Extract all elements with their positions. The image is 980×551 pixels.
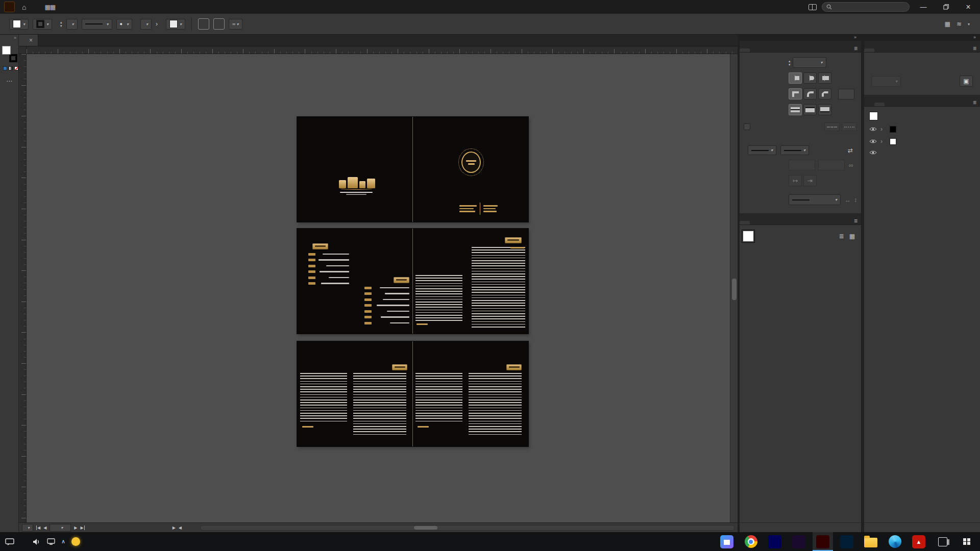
next-artboard-icon[interactable]: ▶	[74, 525, 77, 530]
isolate-select[interactable]: ▫▫▾	[229, 19, 242, 30]
align-stroke-outside-button[interactable]	[818, 104, 831, 115]
profile-select[interactable]: ▾	[789, 194, 841, 205]
expand-row-icon[interactable]: ›	[880, 126, 883, 133]
flip-across-icon[interactable]: ↕	[854, 196, 857, 204]
dashed-line-checkbox[interactable]	[744, 123, 750, 130]
cap-round-button[interactable]	[803, 72, 817, 84]
document-setup-button[interactable]	[198, 18, 209, 30]
tab-transparency[interactable]	[750, 48, 760, 52]
stroke-well[interactable]	[9, 54, 17, 62]
vertical-scroll-thumb[interactable]	[732, 279, 737, 300]
taskbar-app-chrome[interactable]	[741, 532, 761, 551]
canvas[interactable]	[27, 54, 730, 522]
tab-symbols[interactable]	[760, 221, 770, 224]
task-view-button[interactable]	[933, 532, 953, 551]
arrow-align-tip-button[interactable]: ↦	[789, 175, 802, 186]
appearance-fill-swatch[interactable]	[890, 138, 896, 145]
tab-stroke[interactable]	[740, 48, 750, 52]
tab-brushes[interactable]	[750, 221, 760, 224]
panel-menu-icon[interactable]: ≡	[969, 99, 980, 106]
taskbar-app-illustrator[interactable]	[813, 532, 833, 551]
corner-round-button[interactable]	[803, 88, 817, 99]
start-button[interactable]	[957, 532, 977, 551]
weather-sun-icon[interactable]	[71, 537, 80, 546]
gradient-mode-icon[interactable]	[9, 66, 13, 70]
horizontal-ruler[interactable]	[27, 46, 738, 54]
taskbar-app-after-effects[interactable]	[765, 532, 785, 551]
weight-select[interactable]: ▾	[793, 57, 826, 68]
arrowhead-end-select[interactable]: ▾	[780, 145, 809, 155]
expand-row-icon[interactable]: ›	[880, 138, 883, 145]
opacity-select[interactable]: ▾	[140, 19, 152, 30]
arrange-icon[interactable]: ▦	[945, 20, 950, 28]
style-select[interactable]: ▾	[166, 19, 185, 30]
visibility-eye-icon[interactable]	[869, 150, 877, 155]
corner-bevel-button[interactable]	[818, 88, 831, 99]
illustrator-app-icon[interactable]	[4, 2, 15, 12]
stroke-weight-select[interactable]: ▾	[66, 19, 78, 30]
width-profile-select[interactable]: ▾	[82, 19, 112, 30]
flip-along-icon[interactable]: ↔	[845, 196, 851, 204]
arrowhead-start-select[interactable]: ▾	[748, 145, 776, 155]
edit-toolbar-icon[interactable]: ⋯	[0, 78, 18, 85]
home-icon[interactable]: ⌂	[22, 3, 26, 11]
color-mode-icon[interactable]	[3, 66, 7, 70]
arrange-documents-icon[interactable]	[808, 4, 817, 10]
taskbar-app-acrobat[interactable]: ▲	[909, 532, 929, 551]
fill-well[interactable]	[2, 46, 11, 55]
align-stroke-center-button[interactable]	[789, 104, 802, 115]
zoom-select[interactable]: ▾	[22, 524, 33, 532]
artboard-spread-3[interactable]	[297, 341, 528, 446]
tab-pathfinder[interactable]	[864, 103, 874, 106]
cap-butt-button[interactable]	[789, 72, 802, 84]
tab-appearance[interactable]	[874, 103, 885, 106]
tab-align[interactable]	[864, 48, 874, 52]
corner-miter-button[interactable]	[789, 88, 802, 99]
align-to-button[interactable]: ▣	[960, 76, 973, 87]
taskbar-app-photoshop[interactable]	[837, 532, 857, 551]
collapse-panels-icon-2[interactable]: »	[973, 35, 976, 40]
list-view-icon[interactable]: ≣	[839, 233, 844, 240]
taskbar-app-premiere[interactable]	[789, 532, 809, 551]
last-artboard-icon[interactable]: ▶	[80, 525, 84, 530]
status-prev-icon[interactable]: ◀	[179, 525, 182, 530]
setup-grid-icon[interactable]: ≋	[957, 20, 962, 28]
tab-close-icon[interactable]: ×	[29, 37, 33, 44]
arrow-align-end-button[interactable]: ⇥	[803, 175, 817, 186]
grid-view-icon[interactable]: ▦	[849, 233, 855, 240]
help-search[interactable]	[822, 2, 910, 12]
vertical-scrollbar[interactable]	[730, 54, 738, 522]
stroke-color-picker[interactable]: ▾	[33, 19, 52, 30]
collapse-panels-icon[interactable]: »	[854, 35, 856, 40]
restore-button[interactable]	[937, 0, 954, 14]
dash-preset-1-button[interactable]	[824, 122, 840, 131]
artboard-spread-1[interactable]	[297, 117, 528, 222]
volume-icon[interactable]	[33, 538, 41, 545]
align-stroke-inside-button[interactable]	[803, 104, 817, 115]
preferences-button[interactable]	[213, 18, 225, 30]
horizontal-scrollbar[interactable]	[200, 525, 734, 531]
stroke-weight-stepper[interactable]: ▴▾	[60, 20, 62, 28]
horizontal-scroll-thumb[interactable]	[414, 526, 437, 530]
none-mode-icon[interactable]	[14, 66, 18, 70]
limit-field[interactable]	[838, 89, 854, 99]
taskbar-app-file-explorer[interactable]	[861, 532, 881, 551]
toolbar-collapse-icon[interactable]: »	[0, 35, 18, 41]
document-tab[interactable]: ×	[19, 35, 38, 46]
previous-artboard-icon[interactable]: ◀	[43, 525, 46, 530]
vertical-ruler[interactable]	[19, 54, 27, 522]
network-icon[interactable]	[47, 538, 55, 545]
dash-preset-2-button[interactable]	[842, 122, 857, 131]
visibility-eye-icon[interactable]	[869, 139, 877, 144]
ruler-origin-corner[interactable]	[19, 46, 27, 54]
cap-projecting-button[interactable]	[818, 72, 831, 84]
controlbar-menu-chevron[interactable]: ▾	[968, 22, 970, 27]
minimize-button[interactable]: —	[915, 0, 932, 14]
visibility-eye-icon[interactable]	[869, 127, 877, 132]
panel-menu-icon[interactable]: ≡	[850, 217, 861, 224]
weight-stepper[interactable]: ▴▾	[789, 59, 791, 66]
taskbar-app-store[interactable]	[717, 532, 737, 551]
close-button[interactable]: ×	[960, 0, 977, 14]
panel-menu-icon[interactable]: ≡	[850, 45, 861, 52]
swap-arrowheads-icon[interactable]: ⇄	[848, 147, 853, 154]
